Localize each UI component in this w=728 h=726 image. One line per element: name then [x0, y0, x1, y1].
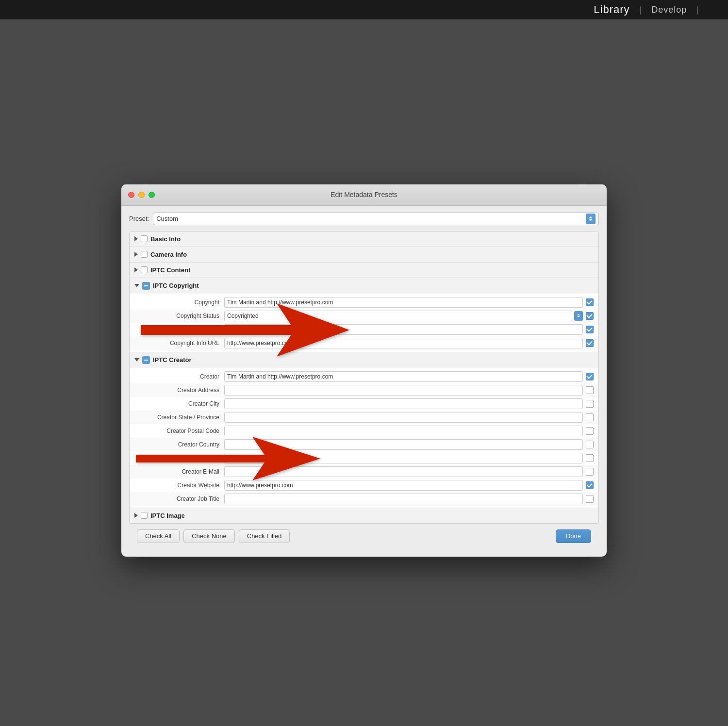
- section-title-iptc-copyright: IPTC Copyright: [153, 282, 199, 289]
- top-bar-divider: |: [640, 5, 642, 15]
- label-creator-country: Creator Country: [130, 441, 224, 448]
- arrow-up-icon: [589, 216, 593, 218]
- label-creator-website: Creator Website: [130, 482, 224, 489]
- label-creator-state: Creator State / Province: [130, 414, 224, 421]
- develop-tab[interactable]: Develop: [651, 5, 687, 15]
- preset-row: Preset: Custom: [129, 213, 599, 225]
- select-copyright-status[interactable]: Copyrighted: [224, 311, 572, 321]
- label-creator-job-title: Creator Job Title: [130, 495, 224, 502]
- checkbox-copyright-status[interactable]: [586, 312, 594, 320]
- expand-arrow-camera-info[interactable]: [134, 252, 138, 257]
- copyright-status-wrapper: Copyrighted: [224, 311, 583, 321]
- preset-select-value: Custom: [156, 215, 178, 222]
- section-title-iptc-content: IPTC Content: [150, 266, 190, 274]
- input-rights-usage[interactable]: [224, 324, 583, 335]
- field-row-rights-usage: Rights Usage Terms: [130, 323, 598, 336]
- titlebar: Edit Metadata Presets: [121, 184, 607, 206]
- input-creator-job-title[interactable]: [224, 494, 583, 504]
- checkbox-creator[interactable]: [586, 373, 594, 380]
- section-minus-iptc-copyright[interactable]: [142, 282, 150, 290]
- section-title-basic-info: Basic Info: [150, 235, 181, 243]
- maximize-button[interactable]: [149, 192, 155, 198]
- arrow-down-icon: [577, 316, 580, 317]
- expand-arrow-iptc-creator[interactable]: [134, 358, 139, 362]
- checkbox-creator-country[interactable]: [586, 441, 594, 448]
- fields-iptc-creator: Creator Creator Address Creator City: [130, 368, 598, 508]
- field-row-copyright-url: Copyright Info URL: [130, 336, 598, 350]
- label-creator-phone: Creator Phone: [130, 455, 224, 462]
- section-minus-iptc-creator[interactable]: [142, 356, 150, 364]
- expand-arrow-iptc-content[interactable]: [134, 267, 138, 272]
- preset-select-arrows[interactable]: [586, 214, 596, 224]
- section-checkbox-iptc-image[interactable]: [141, 512, 148, 519]
- checkbox-creator-address[interactable]: [586, 386, 594, 394]
- field-row-creator-email: Creator E-Mail: [130, 465, 598, 478]
- input-copyright[interactable]: [224, 297, 583, 308]
- window-title: Edit Metadata Presets: [331, 191, 397, 198]
- checkbox-creator-email[interactable]: [586, 468, 594, 476]
- section-iptc-creator: IPTC Creator Creator Creator Address: [130, 352, 598, 508]
- input-copyright-url[interactable]: [224, 338, 583, 348]
- label-copyright-url: Copyright Info URL: [130, 340, 224, 346]
- check-none-button[interactable]: Check None: [183, 529, 235, 543]
- section-title-iptc-image: IPTC Image: [150, 512, 185, 519]
- section-header-basic-info[interactable]: Basic Info: [130, 231, 598, 247]
- expand-arrow-basic-info[interactable]: [134, 236, 138, 241]
- input-creator-postal[interactable]: [224, 426, 583, 436]
- section-checkbox-iptc-content[interactable]: [141, 266, 148, 273]
- expand-arrow-iptc-image[interactable]: [134, 513, 138, 518]
- section-header-iptc-copyright[interactable]: IPTC Copyright: [130, 278, 598, 294]
- section-header-iptc-image[interactable]: IPTC Image: [130, 508, 598, 523]
- checkbox-creator-job-title[interactable]: [586, 495, 594, 503]
- arrow-up-icon: [577, 314, 580, 315]
- input-creator-country[interactable]: [224, 439, 583, 450]
- input-creator[interactable]: [224, 371, 583, 382]
- arrow-down-icon: [589, 219, 593, 221]
- section-iptc-image: IPTC Image: [130, 508, 598, 523]
- section-header-camera-info[interactable]: Camera Info: [130, 247, 598, 262]
- checkbox-rights-usage[interactable]: [586, 326, 594, 333]
- preset-select[interactable]: Custom: [153, 213, 599, 225]
- close-button[interactable]: [128, 192, 134, 198]
- input-creator-state[interactable]: [224, 412, 583, 423]
- checkbox-creator-city[interactable]: [586, 400, 594, 408]
- minimize-button[interactable]: [138, 192, 145, 198]
- checkbox-copyright-url[interactable]: [586, 339, 594, 347]
- checkbox-copyright[interactable]: [586, 298, 594, 306]
- label-creator-address: Creator Address: [130, 387, 224, 394]
- input-creator-address[interactable]: [224, 385, 583, 396]
- input-creator-phone[interactable]: [224, 453, 583, 463]
- section-title-camera-info: Camera Info: [150, 251, 187, 258]
- library-tab[interactable]: Library: [594, 3, 629, 16]
- checkbox-creator-state[interactable]: [586, 413, 594, 421]
- section-checkbox-basic-info[interactable]: [141, 235, 148, 242]
- copyright-status-value: Copyrighted: [227, 313, 259, 319]
- copyright-status-arrows[interactable]: [574, 311, 583, 321]
- section-basic-info: Basic Info: [130, 231, 598, 247]
- check-filled-button[interactable]: Check Filled: [239, 529, 290, 543]
- input-creator-city[interactable]: [224, 398, 583, 409]
- section-header-iptc-creator[interactable]: IPTC Creator: [130, 352, 598, 368]
- input-creator-website[interactable]: [224, 480, 583, 491]
- top-bar-divider-2: |: [696, 5, 699, 15]
- field-row-creator-country: Creator Country: [130, 438, 598, 451]
- field-row-creator-city: Creator City: [130, 397, 598, 411]
- label-creator-postal: Creator Postal Code: [130, 428, 224, 434]
- checkbox-creator-phone[interactable]: [586, 454, 594, 462]
- field-row-copyright: Copyright: [130, 296, 598, 309]
- label-creator-email: Creator E-Mail: [130, 468, 224, 475]
- dialog-footer: Check All Check None Check Filled Done: [129, 524, 599, 549]
- section-checkbox-camera-info[interactable]: [141, 251, 148, 258]
- field-row-creator-state: Creator State / Province: [130, 411, 598, 424]
- checkbox-creator-website[interactable]: [586, 481, 594, 489]
- top-bar: Library | Develop |: [0, 0, 728, 19]
- checkbox-creator-postal[interactable]: [586, 427, 594, 435]
- label-copyright-status: Copyright Status: [130, 313, 224, 319]
- check-all-button[interactable]: Check All: [137, 529, 180, 543]
- section-title-iptc-creator: IPTC Creator: [153, 356, 191, 363]
- done-button[interactable]: Done: [556, 529, 591, 543]
- label-copyright: Copyright: [130, 299, 224, 306]
- expand-arrow-iptc-copyright[interactable]: [134, 284, 139, 287]
- section-header-iptc-content[interactable]: IPTC Content: [130, 263, 598, 278]
- input-creator-email[interactable]: [224, 466, 583, 477]
